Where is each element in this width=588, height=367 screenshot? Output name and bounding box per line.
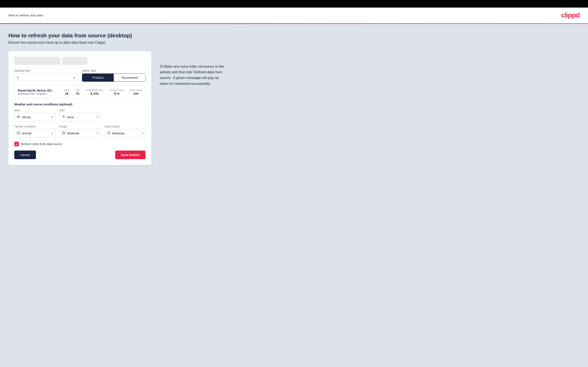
form-row-conditions: Fairway Conditions Normal ▾ Rough <box>14 125 146 138</box>
fairway-label: Fairway Conditions <box>14 125 55 128</box>
green-speed-label: Green Speed <box>104 125 146 128</box>
logo: clippd <box>561 11 579 19</box>
wind-icon <box>17 115 20 119</box>
course-rating-label: Course rating <box>109 89 123 91</box>
form-row-weather: Wind Strong ▾ Rain No <box>14 109 146 121</box>
game-type-buttons: Practice Tournament <box>82 74 146 82</box>
page-subtitle: Ensure the correct and most up to date d… <box>9 41 579 45</box>
page-title: How to refresh your data from source (de… <box>9 32 579 39</box>
breadcrumb: How to refresh your data <box>9 13 43 17</box>
rain-select[interactable]: None ▾ <box>60 113 101 121</box>
fairway-chevron-icon: ▾ <box>52 132 53 135</box>
wind-label: Wind <box>14 109 55 112</box>
tab-placeholder-narrow <box>62 57 87 65</box>
cancel-button[interactable]: Cancel <box>14 150 36 159</box>
starting-hole-label: Starting Hole <box>14 69 78 72</box>
starting-hole-input[interactable]: 1 10 <box>17 75 75 79</box>
refresh-checkbox-row: Refresh shots from data source <box>14 142 146 146</box>
starting-hole-group: Starting Hole 1 10 ▾ <box>14 69 78 82</box>
action-row: Cancel Save Details <box>14 150 146 159</box>
game-type-label: Game Type <box>82 69 146 72</box>
side-note: 3) Make any extra edits necessary to the… <box>160 51 227 86</box>
rough-value: Moderate <box>67 132 96 135</box>
stat-holes: Holes 18 <box>64 89 69 95</box>
tournament-button[interactable]: Tournament <box>114 74 145 82</box>
course-header: Royal North Devon GC, Westward Ho!, Engl… <box>18 89 142 95</box>
rain-label: Rain <box>60 109 101 112</box>
svg-line-1 <box>63 118 63 118</box>
course-rating-value: 72.5 <box>109 92 123 95</box>
green-speed-value: Moderate <box>112 132 141 135</box>
stat-yards: Yards/White (M)) 6,744 <box>86 89 103 95</box>
wind-chevron-icon: ▾ <box>52 116 53 119</box>
slope-rating-label: Slope rating <box>130 89 142 91</box>
rough-select[interactable]: Moderate ▾ <box>60 129 101 138</box>
course-name: Royal North Devon GC, <box>18 89 53 92</box>
save-button[interactable]: Save Details <box>115 150 146 159</box>
game-type-group: Game Type Practice Tournament <box>82 69 146 82</box>
svg-point-5 <box>62 131 65 134</box>
top-bar <box>0 0 588 8</box>
rough-group: Rough Moderate ▾ <box>60 125 101 138</box>
refresh-checkbox-label: Refresh shots from data source <box>21 142 62 146</box>
wind-group: Wind Strong ▾ <box>14 109 55 121</box>
weather-section-title: Weather and course conditions (optional) <box>14 103 146 106</box>
green-speed-group: Green Speed Moderate ▾ <box>104 125 146 138</box>
practice-button[interactable]: Practice <box>82 74 114 82</box>
rain-value: None <box>67 116 96 119</box>
top-tabs-placeholder <box>14 57 146 65</box>
fairway-icon <box>17 131 20 136</box>
rough-chevron-icon: ▾ <box>97 132 98 135</box>
wind-select[interactable]: Strong ▾ <box>14 113 55 121</box>
stat-slope-rating: Slope rating 134 <box>130 89 142 95</box>
slope-rating-value: 134 <box>130 92 142 95</box>
par-value: 72 <box>76 92 79 95</box>
rough-icon <box>62 131 66 136</box>
rain-chevron-icon: ▾ <box>97 116 98 119</box>
checkmark-icon <box>15 142 18 145</box>
holes-value: 18 <box>64 92 69 95</box>
course-location: Westward Ho!, England <box>18 92 53 95</box>
main-content: How to refresh your data from source (de… <box>0 24 588 367</box>
rain-spacer <box>104 109 146 121</box>
tab-placeholder-wide <box>14 57 61 65</box>
rain-icon <box>62 115 66 119</box>
refresh-checkbox[interactable] <box>14 142 19 146</box>
starting-hole-select[interactable]: 1 10 ▾ <box>14 74 78 81</box>
stat-course-rating: Course rating 72.5 <box>109 89 123 95</box>
fairway-value: Normal <box>22 132 51 135</box>
stat-par: Par 72 <box>76 89 79 95</box>
side-note-text: 3) Make any extra edits necessary to the… <box>160 64 227 86</box>
rough-label: Rough <box>60 125 101 128</box>
content-layout: Starting Hole 1 10 ▾ Game Type Practice … <box>9 51 579 165</box>
green-speed-icon <box>107 131 111 136</box>
wind-value: Strong <box>22 116 51 119</box>
svg-line-2 <box>63 118 64 118</box>
course-info: Royal North Devon GC, Westward Ho!, Engl… <box>18 89 53 95</box>
course-card: Royal North Devon GC, Westward Ho!, Engl… <box>14 85 146 99</box>
form-panel: Starting Hole 1 10 ▾ Game Type Practice … <box>9 51 151 165</box>
yards-label: Yards/White (M)) <box>86 89 103 91</box>
green-speed-select[interactable]: Moderate ▾ <box>104 129 146 138</box>
rain-group: Rain None ▾ <box>60 109 101 121</box>
form-row-top: Starting Hole 1 10 ▾ Game Type Practice … <box>14 69 146 82</box>
holes-label: Holes <box>64 89 69 91</box>
green-speed-chevron-icon: ▾ <box>142 132 143 135</box>
yards-value: 6,744 <box>86 92 103 95</box>
svg-line-3 <box>64 118 64 118</box>
fairway-group: Fairway Conditions Normal ▾ <box>14 125 55 138</box>
course-stats: Holes 18 Par 72 Yards/White (M)) 6,744 <box>64 89 142 95</box>
header: How to refresh your data clippd <box>0 8 588 23</box>
par-label: Par <box>76 89 79 91</box>
fairway-select[interactable]: Normal ▾ <box>14 129 55 138</box>
